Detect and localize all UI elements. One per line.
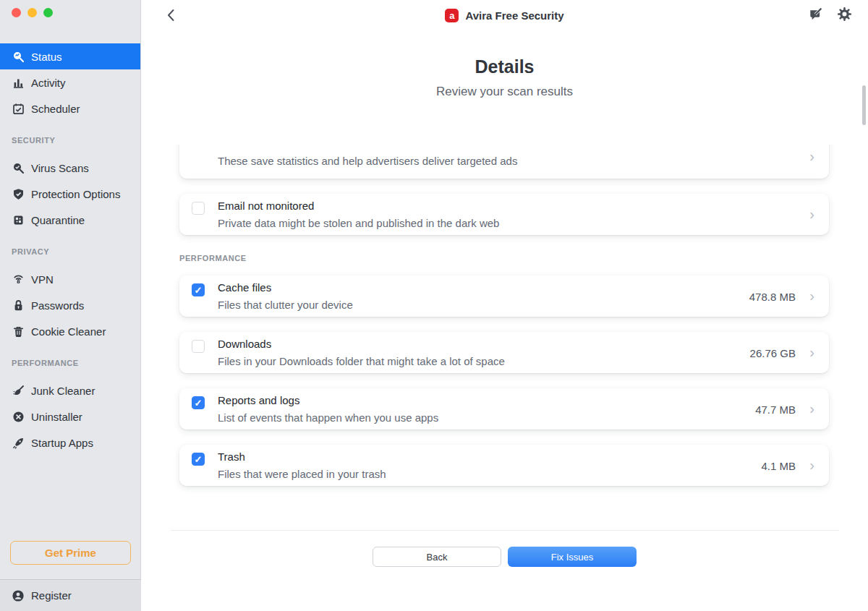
shield-check-icon bbox=[12, 187, 25, 200]
sidebar-item-vpn[interactable]: VPN bbox=[0, 266, 140, 292]
trash-checkbox[interactable]: ✓ bbox=[192, 453, 205, 466]
scan-item-cache-files[interactable]: ✓ Cache files Files that clutter your de… bbox=[179, 275, 829, 317]
scrollbar-thumb[interactable] bbox=[862, 85, 866, 125]
zoom-button[interactable] bbox=[43, 8, 53, 17]
scan-item-downloads[interactable]: ✓ Downloads Files in your Downloads fold… bbox=[179, 332, 829, 373]
magnifier-check-icon bbox=[12, 161, 25, 174]
close-button[interactable] bbox=[12, 8, 21, 17]
calendar-check-icon bbox=[12, 102, 25, 115]
sidebar: Status Activity Scheduler SECURITY Virus… bbox=[0, 0, 141, 611]
trash-icon bbox=[12, 325, 25, 338]
chevron-right-icon: › bbox=[809, 343, 814, 360]
reports-logs-checkbox[interactable]: ✓ bbox=[192, 396, 205, 409]
sidebar-item-passwords[interactable]: Passwords bbox=[0, 292, 140, 318]
feedback-icon[interactable] bbox=[807, 6, 823, 22]
sidebar-item-label: Startup Apps bbox=[31, 437, 93, 449]
scan-item-title: Email not monitored bbox=[218, 200, 314, 212]
quarantine-box-icon bbox=[12, 213, 25, 226]
scan-item-tracking-cookies[interactable]: These save statistics and help advertise… bbox=[179, 145, 829, 179]
settings-gear-icon[interactable] bbox=[836, 6, 852, 22]
sidebar-item-label: VPN bbox=[31, 273, 54, 286]
sidebar-item-label: Uninstaller bbox=[31, 411, 82, 423]
scan-item-value: 4.1 MB bbox=[761, 459, 796, 471]
sidebar-item-scheduler[interactable]: Scheduler bbox=[0, 95, 140, 121]
minimize-button[interactable] bbox=[27, 8, 37, 17]
broom-icon bbox=[12, 384, 25, 397]
sidebar-item-label: Quarantine bbox=[31, 214, 85, 226]
scan-item-trash[interactable]: ✓ Trash Files that were placed in your t… bbox=[179, 445, 829, 486]
scan-item-title: Trash bbox=[218, 450, 245, 463]
scan-item-title: Cache files bbox=[218, 281, 271, 294]
scan-item-description: These save statistics and help advertise… bbox=[218, 155, 517, 167]
sidebar-item-label: Status bbox=[31, 51, 62, 63]
app-title: a Avira Free Security bbox=[141, 6, 868, 25]
chevron-right-icon: › bbox=[809, 287, 814, 304]
person-icon bbox=[12, 589, 25, 602]
scan-item-value: 478.8 MB bbox=[749, 290, 796, 302]
register-button[interactable]: Register bbox=[0, 579, 141, 611]
sidebar-item-cookie-cleaner[interactable]: Cookie Cleaner bbox=[0, 318, 140, 344]
get-prime-button[interactable]: Get Prime bbox=[10, 541, 131, 565]
register-label: Register bbox=[31, 589, 72, 602]
sidebar-item-virus-scans[interactable]: Virus Scans bbox=[0, 155, 140, 181]
sidebar-item-startup-apps[interactable]: Startup Apps bbox=[0, 430, 140, 456]
app-title-label: Avira Free Security bbox=[465, 9, 563, 22]
sidebar-section-privacy: PRIVACY bbox=[0, 247, 140, 257]
page-subtitle: Review your scan results bbox=[141, 85, 868, 99]
wifi-lock-icon bbox=[12, 273, 25, 286]
padlock-icon bbox=[12, 299, 25, 312]
circle-x-icon bbox=[12, 410, 25, 423]
scan-item-email[interactable]: ✓ Email not monitored Private data might… bbox=[179, 194, 829, 235]
sidebar-section-performance: PERFORMANCE bbox=[0, 359, 140, 369]
chevron-right-icon: › bbox=[809, 205, 814, 222]
avira-logo-icon: a bbox=[445, 9, 459, 22]
main-panel: a Avira Free Security Details Review you… bbox=[141, 0, 868, 611]
sidebar-item-status[interactable]: Status bbox=[0, 43, 140, 69]
sidebar-item-label: Scheduler bbox=[31, 103, 80, 115]
scan-item-value: 53 bbox=[783, 145, 796, 145]
scan-item-description: List of events that happen when you use … bbox=[218, 411, 438, 424]
sidebar-item-activity[interactable]: Activity bbox=[0, 69, 140, 95]
scan-item-title: Downloads bbox=[218, 338, 271, 350]
sidebar-item-label: Junk Cleaner bbox=[31, 385, 95, 397]
scan-item-value: 26.76 GB bbox=[750, 346, 796, 359]
scan-item-title: Reports and logs bbox=[218, 394, 299, 406]
rocket-icon bbox=[12, 436, 25, 449]
footer-divider bbox=[171, 530, 839, 531]
sidebar-item-label: Cookie Cleaner bbox=[31, 325, 106, 338]
bar-chart-icon bbox=[12, 76, 25, 89]
sidebar-item-quarantine[interactable]: Quarantine bbox=[0, 207, 140, 233]
scan-item-description: Files that were placed in your trash bbox=[218, 468, 386, 480]
sidebar-item-label: Virus Scans bbox=[31, 162, 89, 174]
chevron-right-icon: › bbox=[809, 400, 814, 416]
chevron-right-icon: › bbox=[809, 456, 814, 473]
chevron-right-icon: › bbox=[809, 149, 814, 163]
scan-item-value: 47.7 MB bbox=[755, 403, 796, 415]
sidebar-item-label: Activity bbox=[31, 77, 66, 89]
sidebar-item-label: Passwords bbox=[31, 299, 84, 312]
status-magnifier-icon bbox=[12, 50, 25, 63]
scan-results-list: These save statistics and help advertise… bbox=[171, 145, 839, 530]
fix-issues-button[interactable]: Fix Issues bbox=[508, 547, 637, 567]
sidebar-section-security: SECURITY bbox=[0, 136, 140, 146]
scan-item-reports-logs[interactable]: ✓ Reports and logs List of events that h… bbox=[179, 388, 829, 430]
cache-files-checkbox[interactable]: ✓ bbox=[192, 283, 205, 296]
window-controls bbox=[12, 5, 53, 20]
downloads-checkbox[interactable]: ✓ bbox=[192, 340, 205, 353]
performance-section-label: PERFORMANCE bbox=[179, 254, 839, 264]
email-checkbox[interactable]: ✓ bbox=[192, 202, 205, 215]
sidebar-item-protection-options[interactable]: Protection Options bbox=[0, 181, 140, 207]
page-title: Details bbox=[141, 56, 868, 77]
sidebar-item-label: Protection Options bbox=[31, 188, 120, 200]
scan-item-description: Private data might be stolen and publish… bbox=[218, 217, 499, 229]
scan-item-description: Files that clutter your device bbox=[218, 299, 353, 311]
sidebar-item-uninstaller[interactable]: Uninstaller bbox=[0, 403, 140, 430]
sidebar-item-junk-cleaner[interactable]: Junk Cleaner bbox=[0, 377, 140, 403]
back-button[interactable]: Back bbox=[373, 547, 501, 567]
scan-item-description: Files in your Downloads folder that migh… bbox=[218, 355, 505, 367]
